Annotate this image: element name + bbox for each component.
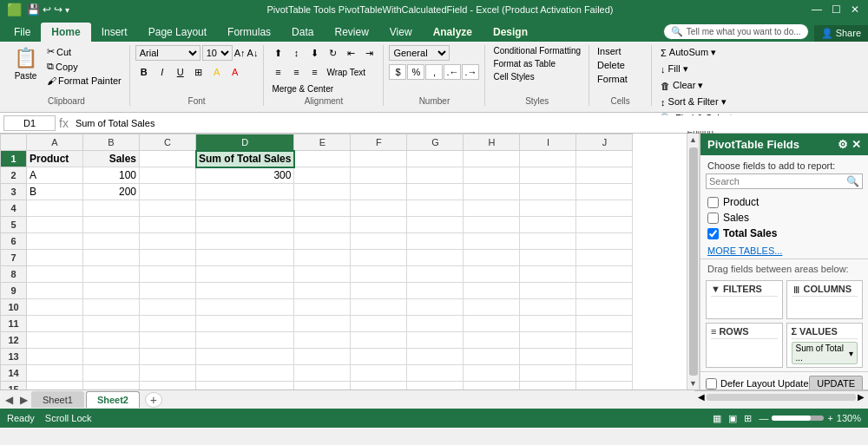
number-format-select[interactable]: General [389,45,450,61]
cell-B6[interactable] [83,233,140,250]
fill-button[interactable]: ↓ Fill ▾ [657,62,692,76]
cell-J12[interactable] [576,332,633,349]
cell-F10[interactable] [351,299,407,316]
align-middle-button[interactable]: ↕ [287,45,305,61]
cut-button[interactable]: ✂ Cut [44,45,124,58]
defer-layout-checkbox[interactable] [706,378,717,389]
tab-page-layout[interactable]: Page Layout [138,23,217,42]
cell-I15[interactable] [520,382,576,390]
cell-F2[interactable] [351,167,407,184]
cell-A12[interactable] [27,332,83,349]
cell-G14[interactable] [407,365,464,382]
cell-C10[interactable] [140,299,196,316]
col-header-f[interactable]: F [351,134,407,151]
cell-E8[interactable] [294,266,351,283]
pivot-search-input[interactable] [709,176,846,187]
cell-B15[interactable] [83,382,140,390]
undo-icon[interactable]: ↩ [43,3,51,16]
cell-C13[interactable] [140,349,196,365]
clear-button[interactable]: 🗑 Clear ▾ [657,78,707,93]
pivot-close-button[interactable]: ✕ [852,138,861,151]
increase-decimal-button[interactable]: .→ [462,64,479,80]
cell-D7[interactable] [196,250,294,266]
cell-G6[interactable] [407,233,464,250]
cell-C4[interactable] [140,200,196,217]
font-size-select[interactable]: 10 [202,45,233,61]
cell-G9[interactable] [407,283,464,299]
cell-C8[interactable] [140,266,196,283]
cell-A3[interactable]: B [27,184,83,200]
cell-H14[interactable] [464,365,520,382]
scroll-sheets-right[interactable]: ▶ [16,394,31,406]
row-header-12[interactable]: 12 [1,332,27,349]
cell-G13[interactable] [407,349,464,365]
cell-G11[interactable] [407,316,464,332]
cell-D3[interactable] [196,184,294,200]
cell-B10[interactable] [83,299,140,316]
horizontal-scrollbar[interactable]: ◀ ▶ [694,390,868,402]
cell-A6[interactable] [27,233,83,250]
cell-A4[interactable] [27,200,83,217]
cell-A10[interactable] [27,299,83,316]
cell-J5[interactable] [576,217,633,233]
cell-J3[interactable] [576,184,633,200]
align-left-button[interactable]: ≡ [269,64,286,80]
cell-H5[interactable] [464,217,520,233]
percent-button[interactable]: % [407,64,424,80]
sort-filter-button[interactable]: ↕ Sort & Filter ▾ [657,95,730,109]
cell-A13[interactable] [27,349,83,365]
cell-E5[interactable] [294,217,351,233]
copy-button[interactable]: ⧉ Copy [44,60,124,73]
row-header-10[interactable]: 10 [1,299,27,316]
cell-E15[interactable] [294,382,351,390]
cell-A11[interactable] [27,316,83,332]
cell-C1[interactable] [140,151,196,167]
cell-G3[interactable] [407,184,464,200]
cell-I14[interactable] [520,365,576,382]
row-header-2[interactable]: 2 [1,167,27,184]
cell-A9[interactable] [27,283,83,299]
cell-G2[interactable] [407,167,464,184]
pivot-value-item[interactable]: Sum of Total ... ▾ [792,342,858,364]
cell-G5[interactable] [407,217,464,233]
align-top-button[interactable]: ⬆ [269,45,286,61]
cell-J9[interactable] [576,283,633,299]
scroll-up-arrow[interactable]: ▲ [687,134,699,146]
close-button[interactable]: ✕ [849,3,861,16]
cell-J10[interactable] [576,299,633,316]
cell-E7[interactable] [294,250,351,266]
redo-icon[interactable]: ↪ [54,3,62,16]
vertical-scrollbar[interactable]: ▲ ▼ [687,134,699,389]
cell-I4[interactable] [520,200,576,217]
cell-E9[interactable] [294,283,351,299]
col-header-g[interactable]: G [407,134,464,151]
cell-D8[interactable] [196,266,294,283]
cell-E13[interactable] [294,349,351,365]
cell-I2[interactable] [520,167,576,184]
cell-I5[interactable] [520,217,576,233]
cell-F12[interactable] [351,332,407,349]
cell-H3[interactable] [464,184,520,200]
cell-I8[interactable] [520,266,576,283]
border-button[interactable]: ⊞ [190,64,207,80]
decrease-font-button[interactable]: A↓ [247,48,259,58]
italic-button[interactable]: I [154,64,171,80]
insert-button[interactable]: Insert [595,45,624,57]
cell-J11[interactable] [576,316,633,332]
cell-J7[interactable] [576,250,633,266]
cell-F5[interactable] [351,217,407,233]
cell-C14[interactable] [140,365,196,382]
page-layout-view-button[interactable]: ▣ [728,413,737,424]
minimize-button[interactable]: — [811,3,823,16]
cell-I10[interactable] [520,299,576,316]
cell-F4[interactable] [351,200,407,217]
cell-A8[interactable] [27,266,83,283]
cell-C7[interactable] [140,250,196,266]
cell-B1[interactable]: Sales [83,151,140,167]
cell-I1[interactable] [520,151,576,167]
sheet-tab-sheet2[interactable]: Sheet2 [86,391,140,408]
cell-J14[interactable] [576,365,633,382]
increase-font-button[interactable]: A↑ [234,48,246,58]
cell-D13[interactable] [196,349,294,365]
scroll-right-arrow[interactable]: ▶ [858,392,865,402]
